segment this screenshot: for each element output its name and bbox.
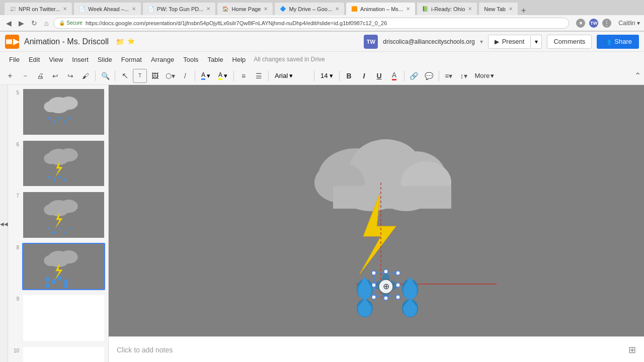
align-btn[interactable]: ≡▾	[442, 69, 456, 83]
url-display: https://docs.google.com/presentation/d/1…	[86, 20, 387, 26]
forward-btn[interactable]: ▶	[17, 18, 26, 28]
fill-color-btn[interactable]: A▾	[198, 69, 214, 83]
tab-close-pw[interactable]: ✕	[206, 6, 210, 12]
add-slide-btn[interactable]: +	[3, 69, 17, 83]
address-box[interactable]: 🔒 Secure https://docs.google.com/present…	[53, 18, 569, 29]
star-icon[interactable]: ⭐	[127, 38, 135, 46]
svg-point-28	[64, 232, 66, 234]
user-email: driscolica@alliancecityschools.org	[383, 38, 474, 45]
present-dropdown-btn[interactable]: ▾	[531, 35, 542, 49]
svg-point-17	[53, 179, 56, 182]
tab-pw[interactable]: 📄 PW: Top Gun PD... ✕	[142, 2, 216, 15]
italic-btn[interactable]: I	[357, 69, 371, 83]
dropdown-arrow[interactable]: ▾	[480, 38, 483, 45]
align-left-btn[interactable]: ≡	[236, 69, 251, 83]
svg-point-65	[396, 283, 400, 287]
menu-arrange[interactable]: Arrange	[147, 54, 178, 65]
slide-item-5[interactable]: 5	[10, 87, 106, 137]
tab-iready[interactable]: 📗 i-Ready: Ohio ✕	[417, 2, 477, 15]
svg-point-63	[396, 271, 400, 275]
tab-home[interactable]: 🏠 Home Page ✕	[217, 2, 273, 15]
reload-btn[interactable]: ↻	[29, 18, 39, 28]
tab-npm[interactable]: 📰 NPR on Twitter... ✕	[4, 2, 72, 15]
collapse-toolbar-btn[interactable]: ⌃	[634, 71, 641, 80]
menu-view[interactable]: View	[45, 54, 67, 65]
bookmark-btn[interactable]: ★	[576, 19, 585, 28]
list-btn[interactable]: ☰	[252, 69, 266, 83]
menu-file[interactable]: File	[5, 54, 24, 65]
font-color-btn[interactable]: A	[387, 69, 401, 83]
menu-format[interactable]: Format	[117, 54, 146, 65]
slide-item-9[interactable]: 9	[10, 293, 106, 343]
settings-btn[interactable]: ⋮	[602, 19, 611, 28]
notes-expand-btn[interactable]: ⊞	[628, 344, 636, 355]
menu-edit[interactable]: Edit	[25, 54, 44, 65]
back-btn[interactable]: ◀	[4, 18, 14, 28]
collapse-panel-btn[interactable]: ◀◀	[0, 85, 8, 362]
tab-drive[interactable]: 🔷 My Drive – Goo... ✕	[274, 2, 345, 15]
tab-animation[interactable]: 🟧 Animation – Ms... ✕	[346, 2, 416, 15]
menu-help[interactable]: Help	[228, 54, 250, 65]
browser-chrome: 📰 NPR on Twitter... ✕ 📄 Week Ahead –... …	[0, 0, 644, 32]
new-tab-btn[interactable]: +	[521, 6, 526, 15]
slide-canvas[interactable]: ⊕	[109, 85, 644, 336]
svg-point-62	[384, 269, 388, 274]
tab-week[interactable]: 📄 Week Ahead –... ✕	[73, 2, 141, 15]
underline-btn[interactable]: U	[372, 69, 386, 83]
notes-placeholder[interactable]: Click to add notes	[117, 346, 173, 354]
extensions-btn[interactable]: TW	[589, 19, 598, 28]
zoom-btn[interactable]: 🔍	[98, 69, 112, 83]
menu-tools[interactable]: Tools	[179, 54, 202, 65]
text-color-btn[interactable]: A▾	[215, 69, 231, 83]
tab-newtab[interactable]: New Tab ✕	[478, 2, 518, 15]
user-profile[interactable]: Caitlin ▾	[618, 20, 640, 27]
shapes-btn[interactable]: ⬡▾	[163, 69, 177, 83]
tab-close-drive[interactable]: ✕	[335, 6, 339, 12]
svg-point-23	[44, 204, 58, 215]
image-btn[interactable]: 🖼	[148, 69, 162, 83]
comments-btn[interactable]: Comments	[547, 35, 592, 49]
slide-item-7[interactable]: 7	[10, 190, 106, 240]
svg-point-26	[53, 232, 55, 234]
line-btn[interactable]: /	[178, 69, 192, 83]
print-btn[interactable]: 🖨	[33, 69, 47, 83]
tab-close-newtab[interactable]: ✕	[509, 6, 513, 12]
font-size-dropdown[interactable]: 14▾	[317, 69, 336, 83]
slide-item-6[interactable]: 6	[10, 139, 106, 189]
menu-table[interactable]: Table	[204, 54, 227, 65]
slide-thumb-5	[22, 88, 105, 136]
more-btn[interactable]: More ▾	[472, 69, 498, 83]
spacing-btn[interactable]: ↕▾	[457, 69, 471, 83]
text-box-btn[interactable]: T	[133, 69, 147, 83]
tab-close-iready[interactable]: ✕	[468, 6, 472, 12]
slide-item-8[interactable]: 8	[10, 242, 106, 292]
undo-btn[interactable]: ↩	[48, 69, 62, 83]
app-logo[interactable]: ▶	[5, 35, 19, 49]
tw-addon-icon[interactable]: TW	[364, 35, 378, 49]
redo-btn[interactable]: ↪	[63, 69, 77, 83]
zoom-subtract-btn[interactable]: −	[18, 69, 32, 83]
slide-item-10[interactable]: 10	[10, 345, 106, 362]
comment-btn[interactable]: 💬	[422, 69, 436, 83]
home-btn[interactable]: ⌂	[42, 18, 50, 28]
font-name-dropdown[interactable]: Arial▾	[271, 69, 311, 83]
bold-btn[interactable]: B	[342, 69, 356, 83]
cursor-btn[interactable]: ↖	[118, 69, 132, 83]
svg-point-18	[58, 175, 61, 178]
menu-insert[interactable]: Insert	[68, 54, 93, 65]
paint-format-btn[interactable]: 🖌	[78, 69, 93, 83]
slide-num-10: 10	[11, 346, 19, 353]
present-btn[interactable]: ▶ Present	[488, 35, 531, 49]
tab-close-animation[interactable]: ✕	[406, 6, 410, 12]
svg-point-30	[51, 232, 53, 234]
tab-close-npm[interactable]: ✕	[63, 6, 67, 12]
tab-close-week[interactable]: ✕	[132, 6, 136, 12]
present-group: ▶ Present ▾	[488, 35, 542, 49]
folder-icon[interactable]: 📁	[116, 38, 124, 46]
tab-close-home[interactable]: ✕	[264, 6, 268, 12]
slide-panel: 5	[8, 85, 109, 362]
svg-text:⊕: ⊕	[383, 282, 389, 291]
link-btn[interactable]: 🔗	[407, 69, 421, 83]
menu-slide[interactable]: Slide	[94, 54, 116, 65]
share-btn[interactable]: 👥 Share	[597, 35, 639, 49]
